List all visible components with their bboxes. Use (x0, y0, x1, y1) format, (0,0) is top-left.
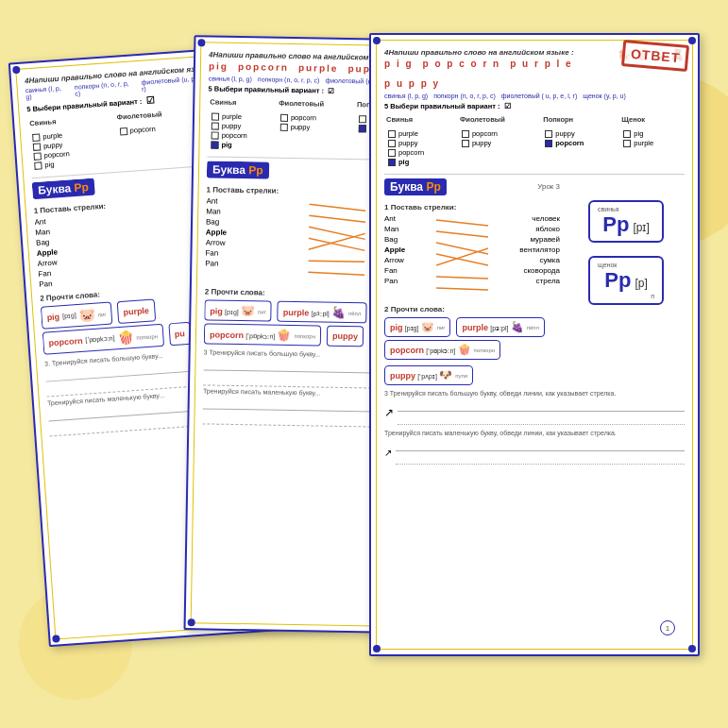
svg-line-8 (436, 231, 488, 237)
back-words-left: Ant Man Bag Apple Arrow Fan Pan (34, 216, 59, 288)
svg-line-1 (309, 215, 365, 222)
front-ex5-table: Свинья Фиолетовый Попкорн Щенок purple p… (384, 113, 685, 170)
cb5 (119, 127, 127, 135)
svg-line-7 (436, 220, 488, 226)
front-pp-box-1: свинья Pp [pɪ] (588, 200, 664, 243)
back-fill-1: свинья (l, p, g) (25, 84, 68, 100)
mid-corner-tl (197, 39, 205, 46)
front-writing: 3 Тренируйся писать большую букву, обвед… (384, 390, 685, 466)
svg-line-13 (436, 288, 488, 290)
front-main-content: Буква Pp Урок 3 1 Поставь стрелки: Ant M… (384, 178, 685, 385)
mid-pronun-pig: pig [pɪg] 🐷 пиг (204, 299, 272, 321)
svg-line-4 (308, 232, 364, 250)
front-pronun-pig: pig [pɪg] 🐷 пиг (384, 317, 450, 337)
front-match-lines (436, 214, 488, 299)
front-pp-box-2: щенок Pp [p] п (588, 256, 664, 305)
front-corner-br (688, 645, 696, 652)
front-page: ОТВЕТ 4Напиши правильно слово на английс… (369, 33, 700, 656)
mid-pronun-popcorn: popcorn [ˈpɒpkɔːn] 🍿 попкорн (204, 323, 321, 346)
mid-aw-3: purple (298, 62, 339, 74)
front-corner-tr (688, 37, 696, 44)
corner-dot-tl (12, 66, 21, 75)
mid-pronun-purple: purple [pɜːpl] 🍇 пёпл (278, 301, 367, 324)
cb3 (33, 152, 42, 161)
back-fill-2: попкорн (n, o, r, p, c) (75, 79, 135, 96)
front-page-num: 1 (660, 620, 675, 635)
front-pronun-puppy: puppy [ˈpʌpɪ] 🐶 пупи (384, 365, 473, 385)
back-bukva-label: Буква Pp (32, 178, 95, 200)
front-corner-tl (373, 37, 381, 44)
mid-match-lines (308, 198, 366, 284)
svg-line-3 (308, 238, 364, 250)
mid-aw-2: popcorn (238, 61, 289, 73)
mid-corner-bl (188, 618, 195, 626)
front-fill-words: свинья (l, p, g) попкорн (n, o, r, p, c)… (384, 93, 685, 99)
svg-line-5 (308, 261, 364, 262)
back-ex2-label: 2 Прочти слова: (40, 290, 100, 302)
front-task5: 5 Выбери правильный вариант : ☑ (384, 102, 685, 110)
cb1 (32, 133, 41, 142)
mid-aw-1: pig (209, 60, 229, 71)
front-bukva-row: Буква Pp Урок 3 (384, 178, 560, 197)
front-ex1: 1 Поставь стрелки: Ant Man Bag Apple Arr… (384, 203, 560, 299)
svg-line-0 (309, 204, 365, 211)
back-pronun-popcorn: popcorn [ˈpɒpkɔːn] 🍿 попкорн (42, 324, 164, 355)
back-pronun-purple: purple (117, 298, 156, 324)
corner-dot-bl (52, 635, 60, 643)
back-pronun-pig: pig [pɪg] 🐷 пиг (41, 302, 112, 330)
back-svin-items: purple puppy popcorn pig (30, 126, 118, 172)
cb2 (33, 143, 42, 151)
svg-line-6 (308, 272, 364, 275)
svg-line-9 (436, 243, 488, 254)
front-pronun-purple: purple [pɜːpl] 🍇 пёпл (456, 317, 545, 337)
svg-line-11 (436, 248, 488, 265)
front-corner-bl (373, 645, 381, 652)
front-pronun-popcorn: popcorn [ˈpɒpkɔːn] 🍿 попкорн (384, 340, 500, 360)
svg-line-12 (436, 277, 488, 279)
front-page-content: 4Напиши правильно слово на английском яз… (384, 48, 685, 641)
cb4 (34, 161, 42, 170)
front-answer-words: p i g p o p c o r n p u r p l e p u p p … (384, 59, 618, 89)
front-right-col: свинья Pp [pɪ] щенок Pp [p] п (567, 197, 685, 385)
svg-line-2 (309, 227, 365, 239)
front-left-col: Буква Pp Урок 3 1 Поставь стрелки: Ant M… (384, 178, 560, 385)
svg-line-10 (436, 254, 488, 265)
mid-pronun-puppy: puppy (327, 326, 364, 347)
front-ex2: 2 Прочти слова: pig [pɪg] 🐷 пиг purple [… (384, 305, 560, 385)
